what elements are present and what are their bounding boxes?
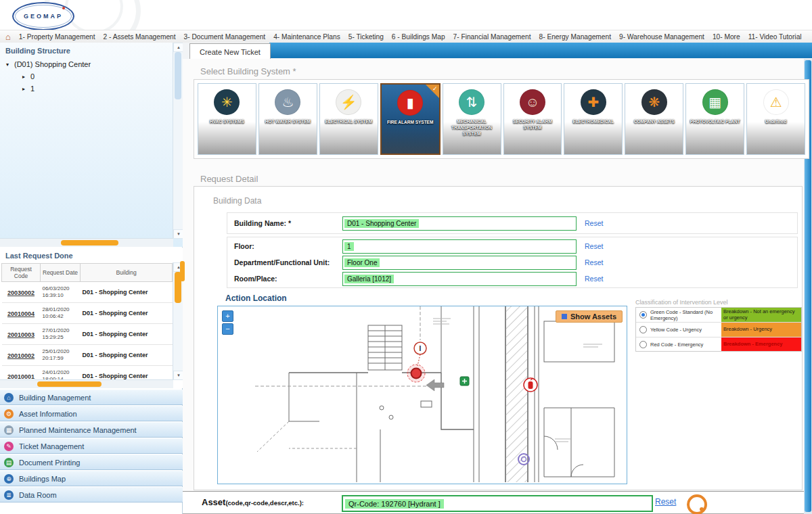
tree-node-shopping-center[interactable]: ▾ (D01) Shopping Center (0, 58, 183, 70)
room-place-label: Room/Place: (227, 275, 342, 283)
system-tile-security-alarm[interactable]: ☺ SECURITY ALARM SYSTEM (503, 83, 562, 155)
info-marker[interactable]: I (414, 342, 426, 366)
menu-item-more[interactable]: 10- More (713, 33, 740, 41)
radio-red-code[interactable] (639, 341, 647, 348)
asset-label-main: Asset (202, 497, 225, 507)
asset-marker-green[interactable] (460, 377, 469, 386)
tile-label: FIRE ALARM SYSTEM (382, 120, 439, 126)
column-header-request-date[interactable]: Request Date (41, 264, 81, 282)
classification-option-yellow[interactable]: Yellow Code - Urgency Breakdown - Urgenc… (636, 323, 801, 337)
floor-input[interactable]: 1 (342, 239, 577, 254)
system-tile-undefined[interactable]: ⚠ Undefined (746, 83, 805, 155)
request-code-link[interactable]: 20010004 (7, 310, 35, 317)
request-code-link[interactable]: 20010002 (7, 352, 35, 359)
sidebar-splitter-handle[interactable] (180, 261, 185, 281)
tree-expand-icon[interactable]: ▾ (4, 62, 11, 68)
building-name-input[interactable]: D01 - Shopping Center (342, 216, 577, 231)
request-code-link[interactable]: 20030002 (7, 289, 35, 296)
logo-text: GEOMAP (24, 13, 63, 20)
request-code-link[interactable]: 20010003 (7, 331, 35, 338)
sidebar-item-building-management[interactable]: ⌂ Building Management (0, 390, 183, 405)
tree-collapse-icon[interactable]: ▸ (20, 74, 27, 80)
faucet-icon: ♨ (275, 89, 300, 115)
request-building: D01 - Shopping Center (81, 345, 173, 366)
column-header-request-code[interactable]: Request Code (2, 264, 41, 282)
system-tile-electromedical[interactable]: ✚ ELECTROMEDICAL (564, 83, 623, 155)
sidebar-item-asset-information[interactable]: ⚙ Asset Information (0, 406, 183, 421)
classification-option-green[interactable]: Green Code - Standard (No Emergency) Bre… (636, 308, 801, 323)
building-structure-title: Building Structure (0, 43, 183, 58)
menu-item-financial-management[interactable]: 7- Financial Management (453, 33, 531, 41)
system-tile-fire-alarm[interactable]: ▮ FIRE ALARM SYSTEM ✓ (380, 83, 441, 155)
tile-label: PHOTOVOLTAIC PLANT (686, 119, 744, 125)
column-header-building[interactable]: Building (81, 264, 173, 282)
room-place-value: Galleria [1012] (344, 275, 394, 283)
menu-item-document-management[interactable]: 3- Document Management (184, 33, 266, 41)
table-row[interactable]: 20010002 25/01/202020:17:59 D01 - Shoppi… (2, 345, 173, 366)
room-place-input[interactable]: Galleria [1012] (342, 272, 577, 286)
asset-marker-extinguisher[interactable] (524, 378, 537, 392)
menu-item-assets-management[interactable]: 2 - Assets Management (104, 33, 176, 41)
location-marker[interactable] (407, 365, 425, 382)
table-row[interactable]: 20030002 06/03/202016:39:10 D01 - Shoppi… (2, 282, 173, 303)
sidebar-item-planned-maintenance[interactable]: ▦ Planned Maintenance Management (0, 422, 183, 438)
department-reset-link[interactable]: Reset (585, 258, 603, 266)
system-tile-hot-water[interactable]: ♨ HOT WATER SYSTEM (258, 83, 317, 155)
floor-reset-link[interactable]: Reset (585, 242, 603, 250)
request-time: 16:39:10 (43, 292, 78, 299)
app-window: GEOMAP ⌂ 1- Property Management 2 - Asse… (0, 0, 812, 514)
room-place-reset-link[interactable]: Reset (585, 275, 603, 283)
radio-label: Green Code - Standard (No Emergency) (650, 309, 721, 321)
tree-node-floor-1[interactable]: ▸ 1 (0, 83, 183, 95)
menu-item-video-tutorial[interactable]: 11- Video Tutorial (748, 33, 802, 41)
zoom-in-button[interactable]: + (222, 310, 233, 322)
department-label: Department/Functional Unit: (227, 258, 342, 266)
system-tile-company-assets[interactable]: ❋ COMPANY ASSETS (625, 83, 683, 155)
status-badge-yellow: Breakdown - Urgency (721, 323, 801, 337)
tile-label: HOT WATER SYSTEM (259, 119, 317, 125)
home-icon[interactable]: ⌂ (5, 32, 11, 41)
tree-collapse-icon[interactable]: ▸ (20, 86, 27, 92)
scrollbar-thumb[interactable] (37, 381, 102, 387)
radio-green-code[interactable] (639, 311, 647, 319)
floor-plan-map[interactable]: + − Show Assets (217, 306, 627, 484)
sidebar-item-ticket-management[interactable]: ✎ Ticket Management (0, 438, 183, 454)
request-date: 25/01/2020 (43, 348, 78, 355)
sidebar-item-data-room[interactable]: ≣ Data Room (0, 487, 183, 503)
sidebar-item-document-printing[interactable]: ▤ Document Printing (0, 454, 183, 470)
table-row[interactable]: 20010003 27/01/202015:29:25 D01 - Shoppi… (2, 324, 173, 345)
scrollbar-thumb[interactable] (175, 52, 181, 99)
scrollbar-thumb[interactable] (61, 240, 118, 246)
menu-item-warehouse-management[interactable]: 9- Warehouse Management (619, 33, 704, 41)
request-horizontal-scrollbar[interactable] (0, 379, 173, 388)
zoom-out-button[interactable]: − (222, 323, 233, 335)
classification-option-red[interactable]: Red Code - Emergency Breakdown - Emergen… (636, 337, 801, 351)
system-tile-photovoltaic[interactable]: ▦ PHOTOVOLTAIC PLANT (685, 83, 744, 155)
tab-create-new-ticket[interactable]: Create New Ticket (189, 43, 271, 60)
qr-scan-icon[interactable] (687, 494, 707, 514)
table-row[interactable]: 20010001 24/01/202018:00:14 D01 - Shoppi… (2, 366, 173, 381)
asset-input[interactable]: Qr-Code: 192760 [Hydrant ] (342, 495, 653, 512)
menu-item-property-management[interactable]: 1- Property Management (19, 33, 95, 41)
department-input[interactable]: Floor One (342, 256, 577, 270)
menu-item-maintenance-plans[interactable]: 4- Maintenance Plans (273, 33, 340, 41)
classification-title: Classification of Intervention Level (635, 299, 728, 306)
elevator-arrows-icon: ⇅ (459, 89, 484, 115)
tree-horizontal-scrollbar[interactable] (0, 238, 173, 247)
building-name-reset-link[interactable]: Reset (585, 219, 603, 227)
table-row[interactable]: 20010004 28/01/202010:06:42 D01 - Shoppi… (2, 303, 173, 324)
tree-vertical-scrollbar[interactable]: ▲ ▼ (173, 43, 183, 239)
radio-yellow-code[interactable] (639, 326, 647, 333)
asset-reset-link[interactable]: Reset (655, 497, 676, 507)
system-tile-hvac[interactable]: ✳ HVAC SYSTEMS (198, 83, 256, 155)
menu-item-ticketing[interactable]: 5- Ticketing (348, 33, 384, 41)
system-tile-electrical[interactable]: ⚡ ELECTRICAL SYSTEM (319, 83, 378, 155)
module-label: Document Printing (19, 459, 81, 467)
menu-item-energy-management[interactable]: 8- Energy Management (539, 33, 611, 41)
menu-item-buildings-map[interactable]: 6 - Buildings Map (392, 33, 445, 41)
sidebar-item-buildings-map[interactable]: ⊕ Buildings Map (0, 471, 183, 486)
tree-node-floor-0[interactable]: ▸ 0 (0, 70, 183, 83)
show-assets-button[interactable]: Show Assets (556, 310, 623, 323)
system-tile-mechanical-transportation[interactable]: ⇅ MECHANICAL TRANSPORTATION SYSTEM (443, 83, 501, 155)
floor-value: 1 (344, 242, 354, 251)
